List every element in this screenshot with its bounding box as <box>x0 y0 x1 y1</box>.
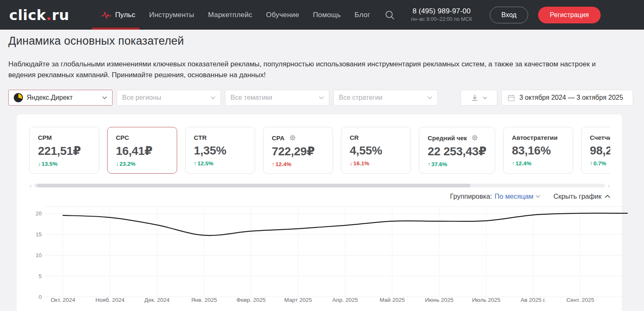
metric-card[interactable]: Счетчики 98,23% ↑0.7% <box>581 127 610 174</box>
metric-card[interactable]: CR 4,55% ↓16.1% <box>341 127 411 174</box>
page-content: Динамика основных показателей Наблюдайте… <box>0 35 644 311</box>
svg-text:20: 20 <box>36 210 42 217</box>
svg-text:Дек. 2024: Дек. 2024 <box>145 297 170 303</box>
svg-text:Май 2025: Май 2025 <box>380 297 405 303</box>
logo-dot: . <box>46 7 52 23</box>
svg-text:Июнь 2025: Июнь 2025 <box>425 297 454 303</box>
metric-value: 4,55% <box>350 144 402 157</box>
topics-select[interactable]: Все тематики <box>225 90 329 106</box>
yandex-direct-icon <box>14 93 23 102</box>
calendar-icon <box>507 94 515 102</box>
trend-arrow-icon: ↑ <box>428 161 431 167</box>
metric-value: 221,51₽ <box>38 144 90 158</box>
trend-arrow-icon: ↑ <box>512 160 515 167</box>
topics-select-placeholder: Все тематики <box>231 94 319 101</box>
nav-item-label: Блог <box>355 11 371 19</box>
gear-icon[interactable] <box>471 134 479 142</box>
svg-text:Нояб. 2024: Нояб. 2024 <box>95 297 125 303</box>
date-range-picker[interactable]: 3 октября 2024 — 3 октября 2025 <box>501 90 633 106</box>
download-button[interactable] <box>461 90 497 106</box>
nav-item-education[interactable]: Обучение <box>266 0 299 30</box>
download-icon <box>471 94 479 102</box>
chevron-down-icon <box>536 195 540 198</box>
metric-delta: ↑12.4% <box>272 161 324 167</box>
metric-value: 98,23% <box>590 144 610 157</box>
nav-item-label: Обучение <box>266 11 299 19</box>
metric-card[interactable]: CPC 16,41₽ ↓23.2% <box>107 127 177 174</box>
metric-label: CTR <box>194 134 207 141</box>
hide-chart-toggle[interactable]: Скрыть график <box>554 192 610 200</box>
svg-text:Ав 2025 г.: Ав 2025 г. <box>521 297 546 303</box>
nav-item-label: Маркетплейс <box>208 11 252 19</box>
chevron-down-icon <box>483 96 487 99</box>
strategies-select[interactable]: Все стратегии <box>333 90 438 106</box>
metric-value: 1,35% <box>194 144 246 157</box>
metric-card[interactable]: Средний чек 22 253,43₽ ↑37.6% <box>419 127 495 174</box>
svg-text:Март 2025: Март 2025 <box>284 297 312 303</box>
search-button[interactable] <box>384 10 395 20</box>
svg-text:Февр. 2025: Февр. 2025 <box>236 297 266 303</box>
nav-item-marketplace[interactable]: Маркетплейс <box>208 0 252 30</box>
svg-text:10: 10 <box>36 252 42 258</box>
grouping-select[interactable]: По месяцам <box>494 192 540 200</box>
metric-delta: ↑37.6% <box>428 161 486 167</box>
chevron-down-icon <box>319 96 324 99</box>
metric-value: 722,29₽ <box>272 144 324 158</box>
date-range-value: 3 октября 2024 — 3 октября 2025 <box>519 94 623 101</box>
strategies-select-placeholder: Все стратегии <box>339 94 427 101</box>
trend-arrow-icon: ↑ <box>272 161 275 167</box>
cards-scrollbar-track[interactable] <box>34 184 605 187</box>
phone-number[interactable]: 8 (495) 989-97-00 <box>411 7 472 15</box>
metric-label: Автостратегии <box>512 134 558 141</box>
scroll-left-icon[interactable]: ‹ <box>29 182 32 189</box>
svg-text:15: 15 <box>36 231 42 238</box>
search-icon <box>384 10 395 20</box>
metrics-panel: CPM 221,51₽ ↓13.5% CPC 16,41₽ ↓23.2% <box>17 114 622 311</box>
metric-delta: ↓23.2% <box>116 161 168 167</box>
metric-value: 16,41₽ <box>116 144 168 158</box>
cards-scroll-row: ‹ › <box>29 182 610 189</box>
metric-card[interactable]: Автостратегии 83,16% ↑12.4% <box>503 127 573 174</box>
chart-controls: Группировка: По месяцам Скрыть график <box>29 192 610 200</box>
chart-area: 05101520Окт. 2024Нояб. 2024Дек. 2024Янв.… <box>29 204 610 307</box>
svg-text:Апр. 2025: Апр. 2025 <box>332 297 358 303</box>
nav-item-pulse[interactable]: Пульс <box>101 0 135 30</box>
nav-item-help[interactable]: Помощь <box>313 0 341 30</box>
svg-text:5: 5 <box>39 273 42 279</box>
contact-block: 8 (495) 989-97-00 пн–вс 8:00–22:00 по МС… <box>411 7 472 23</box>
page-description: Наблюдайте за глобальными изменениями кл… <box>8 59 615 81</box>
svg-text:Янв. 2025: Янв. 2025 <box>191 297 217 303</box>
metric-label: CPA <box>272 134 285 142</box>
nav-item-tools[interactable]: Инструменты <box>149 0 194 30</box>
regions-select[interactable]: Все регионы <box>117 90 221 106</box>
svg-text:0: 0 <box>39 294 42 300</box>
login-button[interactable]: Вход <box>490 7 528 23</box>
metric-label: Счетчики <box>590 134 610 141</box>
nav-item-blog[interactable]: Блог <box>355 0 371 30</box>
metric-cards-row: CPM 221,51₽ ↓13.5% CPC 16,41₽ ↓23.2% <box>29 127 610 174</box>
pulse-icon <box>101 11 112 19</box>
scroll-right-icon[interactable]: › <box>607 182 610 189</box>
metric-card[interactable]: CPM 221,51₽ ↓13.5% <box>29 127 99 174</box>
svg-text:Июль 2025: Июль 2025 <box>472 297 500 303</box>
cards-scrollbar-thumb[interactable] <box>37 184 471 187</box>
source-select[interactable]: Яндекс.Директ <box>8 90 113 106</box>
grouping-control: Группировка: По месяцам <box>450 192 540 200</box>
gear-icon[interactable] <box>289 134 296 142</box>
metric-delta: ↑0.7% <box>590 160 610 167</box>
svg-text:Окт. 2024: Окт. 2024 <box>51 297 75 303</box>
logo[interactable]: click.ru <box>9 8 69 22</box>
chevron-up-icon <box>605 195 610 198</box>
metric-value: 22 253,43₽ <box>428 144 486 158</box>
top-nav: click.ru ПульсИнструментыМаркетплейсОбуч… <box>0 0 644 30</box>
filters-right-group: 3 октября 2024 — 3 октября 2025 <box>461 90 633 106</box>
chevron-down-icon <box>210 96 216 99</box>
metrics-line-chart: 05101520Окт. 2024Нояб. 2024Дек. 2024Янв.… <box>29 204 629 305</box>
metric-card[interactable]: CPA 722,29₽ ↑12.4% <box>263 127 333 174</box>
filters-row: Яндекс.Директ Все регионы Все тематики В… <box>8 90 633 106</box>
signup-button[interactable]: Регистрация <box>538 7 601 23</box>
metric-card[interactable]: CTR 1,35% ↑12.5% <box>185 127 255 174</box>
source-select-value: Яндекс.Директ <box>27 94 102 101</box>
nav-item-label: Инструменты <box>149 11 194 19</box>
metric-delta: ↑12.5% <box>194 160 246 167</box>
